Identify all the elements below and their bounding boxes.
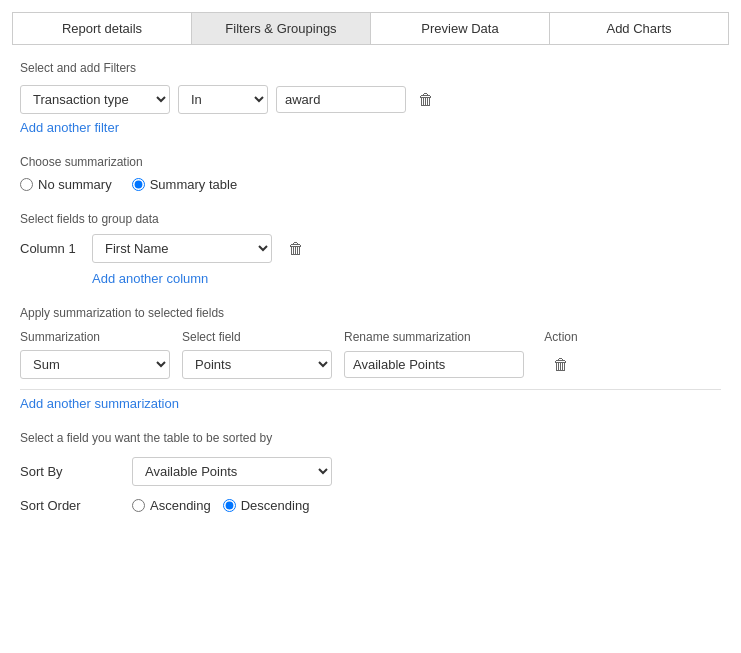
sort-by-select[interactable]: Available Points Points First Name Last … bbox=[132, 457, 332, 486]
sum-type-select[interactable]: Sum Count Average Min Max bbox=[20, 350, 170, 379]
sum-header-rename: Rename summarization bbox=[344, 330, 524, 344]
sort-by-label: Sort By bbox=[20, 464, 120, 479]
ascending-label: Ascending bbox=[150, 498, 211, 513]
column-row: Column 1 First Name Last Name Email Poin… bbox=[20, 234, 721, 263]
in-select[interactable]: In Not In Equals Contains bbox=[178, 85, 268, 114]
firstname-select[interactable]: First Name Last Name Email Points bbox=[92, 234, 272, 263]
add-another-filter-button[interactable]: Add another filter bbox=[20, 120, 119, 135]
descending-radio-item[interactable]: Descending bbox=[223, 498, 310, 513]
tab-report-details[interactable]: Report details bbox=[13, 13, 192, 44]
tabs-bar: Report details Filters & Groupings Previ… bbox=[12, 12, 729, 45]
group-data-section: Select fields to group data Column 1 Fir… bbox=[20, 212, 721, 286]
column-label: Column 1 bbox=[20, 241, 80, 256]
delete-filter-icon[interactable]: 🗑 bbox=[414, 89, 438, 111]
delete-summarization-icon[interactable]: 🗑 bbox=[536, 354, 586, 376]
sum-headers-row: Summarization Select field Rename summar… bbox=[20, 330, 721, 344]
descending-label: Descending bbox=[241, 498, 310, 513]
tab-preview-data[interactable]: Preview Data bbox=[371, 13, 550, 44]
sort-order-row: Sort Order Ascending Descending bbox=[20, 498, 721, 513]
sum-header-summarization: Summarization bbox=[20, 330, 170, 344]
sort-section: Select a field you want the table to be … bbox=[20, 431, 721, 513]
sum-data-row: Sum Count Average Min Max Points Amount … bbox=[20, 350, 721, 390]
transaction-type-select[interactable]: Transaction type Amount Date Status bbox=[20, 85, 170, 114]
apply-summarization-label: Apply summarization to selected fields bbox=[20, 306, 721, 320]
tab-add-charts[interactable]: Add Charts bbox=[550, 13, 728, 44]
sort-order-label: Sort Order bbox=[20, 498, 120, 513]
no-summary-label: No summary bbox=[38, 177, 112, 192]
sum-header-action: Action bbox=[536, 330, 586, 344]
delete-column-icon[interactable]: 🗑 bbox=[284, 238, 308, 260]
filters-label: Select and add Filters bbox=[20, 61, 721, 75]
group-data-label: Select fields to group data bbox=[20, 212, 721, 226]
sum-header-select-field: Select field bbox=[182, 330, 332, 344]
ascending-radio[interactable] bbox=[132, 499, 145, 512]
ascending-radio-item[interactable]: Ascending bbox=[132, 498, 211, 513]
filter-row: Transaction type Amount Date Status In N… bbox=[20, 85, 721, 114]
filters-section: Select and add Filters Transaction type … bbox=[20, 61, 721, 135]
summarization-label: Choose summarization bbox=[20, 155, 721, 169]
summary-table-radio[interactable] bbox=[132, 178, 145, 191]
add-column-button[interactable]: Add another column bbox=[92, 271, 208, 286]
no-summary-radio[interactable] bbox=[20, 178, 33, 191]
sort-section-label: Select a field you want the table to be … bbox=[20, 431, 721, 445]
filter-value-input[interactable] bbox=[276, 86, 406, 113]
no-summary-radio-item[interactable]: No summary bbox=[20, 177, 112, 192]
summary-table-radio-item[interactable]: Summary table bbox=[132, 177, 237, 192]
tab-filters-groupings[interactable]: Filters & Groupings bbox=[192, 13, 371, 44]
descending-radio[interactable] bbox=[223, 499, 236, 512]
apply-summarization-section: Apply summarization to selected fields S… bbox=[20, 306, 721, 411]
sort-by-row: Sort By Available Points Points First Na… bbox=[20, 457, 721, 486]
rename-summarization-input[interactable] bbox=[344, 351, 524, 378]
summarization-section: Choose summarization No summary Summary … bbox=[20, 155, 721, 192]
sum-field-select[interactable]: Points Amount Date Status bbox=[182, 350, 332, 379]
summary-table-label: Summary table bbox=[150, 177, 237, 192]
summarization-radio-group: No summary Summary table bbox=[20, 177, 721, 192]
add-another-summarization-button[interactable]: Add another summarization bbox=[20, 396, 179, 411]
